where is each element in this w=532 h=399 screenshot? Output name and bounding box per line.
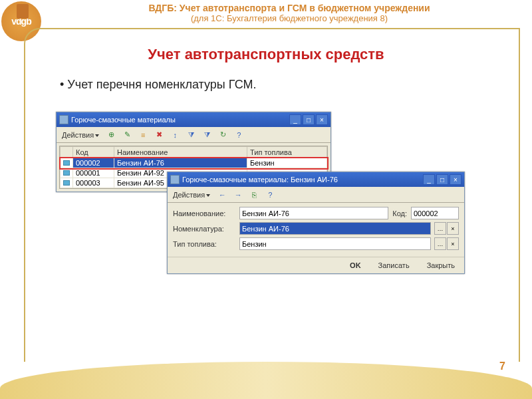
decor-border (51, 28, 520, 29)
filter-icon[interactable]: ⧩ (184, 128, 198, 142)
minimize-button[interactable]: _ (423, 174, 435, 185)
toolbar: Действия ← → ⎘ ? (168, 187, 464, 203)
help-icon[interactable]: ? (232, 128, 245, 142)
close-button[interactable]: × (316, 114, 328, 125)
actions-menu[interactable]: Действия (59, 131, 102, 139)
app-icon (170, 175, 180, 184)
picker-clear-icon[interactable]: × (447, 222, 459, 235)
copy-icon[interactable]: ≡ (136, 128, 150, 142)
row-icon (63, 180, 70, 186)
next-icon[interactable]: → (231, 188, 245, 201)
delete-icon[interactable]: ✖ (152, 128, 166, 142)
save-icon[interactable]: ⎘ (247, 188, 261, 201)
slide-header: ВДГБ: Учет автотранспорта и ГСМ в бюджет… (0, 0, 532, 25)
help-icon[interactable]: ? (263, 188, 277, 201)
col-name[interactable]: Наименование (114, 147, 247, 158)
add-icon[interactable]: ⊕ (104, 128, 118, 142)
refresh-icon[interactable]: ↻ (216, 128, 229, 142)
col-code[interactable]: Код (73, 147, 114, 158)
label-fuel: Тип топлива: (173, 240, 235, 248)
bullet-text: Учет перечня номенклатуры ГСМ. (60, 78, 532, 92)
app-icon (59, 115, 68, 124)
titlebar[interactable]: Горюче-смазочные материалы _ □ × (57, 112, 331, 127)
move-up-icon[interactable]: ↕ (168, 128, 182, 142)
close-button[interactable]: × (450, 174, 462, 185)
picker-select-icon[interactable]: … (434, 237, 446, 250)
maximize-button[interactable]: □ (436, 174, 448, 185)
actions-menu[interactable]: Действия (170, 191, 213, 199)
decor-wave (0, 362, 532, 399)
decor-border (519, 28, 520, 362)
edit-icon[interactable]: ✎ (120, 128, 134, 142)
prev-icon[interactable]: ← (215, 188, 229, 201)
minimize-button[interactable]: _ (289, 114, 301, 125)
filter-clear-icon[interactable]: ⧩ (200, 128, 213, 142)
input-code[interactable]: 000002 (411, 207, 459, 219)
table-row[interactable]: 000002Бензин АИ-76Бензин (61, 158, 327, 168)
titlebar[interactable]: Горюче-смазочные материалы: Бензин АИ-76… (168, 172, 464, 187)
input-nomen[interactable]: Бензин АИ-76 (239, 222, 431, 235)
decor-border (24, 44, 25, 362)
input-name[interactable]: Бензин АИ-76 (239, 207, 388, 219)
header-line1: ВДГБ: Учет автотранспорта и ГСМ в бюджет… (47, 3, 532, 13)
picker-clear-icon[interactable]: × (447, 237, 459, 250)
picker-select-icon[interactable]: … (434, 222, 446, 235)
form-body: Наименование: Бензин АИ-76 Код: 000002 Н… (168, 203, 464, 257)
close-button[interactable]: Закрыть (422, 260, 460, 271)
label-code: Код: (392, 209, 407, 217)
ok-button[interactable]: OK (344, 260, 366, 271)
window-gsm-form: Горюче-смазочные материалы: Бензин АИ-76… (167, 172, 465, 274)
page-number: 7 (499, 360, 505, 372)
maximize-button[interactable]: □ (303, 114, 315, 125)
row-icon (63, 170, 70, 176)
page-title: Учет автотранспортных средств (0, 46, 532, 63)
label-nomen: Номенклатура: (173, 225, 235, 233)
window-title: Горюче-смазочные материалы: Бензин АИ-76 (182, 176, 423, 184)
row-icon (63, 160, 70, 166)
header-line2: (для 1С: Бухгалтерия бюджетного учрежден… (47, 13, 532, 23)
write-button[interactable]: Записать (373, 260, 415, 271)
col-fuel[interactable]: Тип топлива (247, 147, 327, 158)
toolbar: Действия ⊕ ✎ ≡ ✖ ↕ ⧩ ⧩ ↻ ? (57, 127, 331, 143)
form-footer: OK Записать Закрыть (168, 257, 464, 273)
label-name: Наименование: (173, 209, 235, 217)
input-fuel[interactable]: Бензин (239, 237, 431, 250)
window-title: Горюче-смазочные материалы (71, 116, 289, 124)
